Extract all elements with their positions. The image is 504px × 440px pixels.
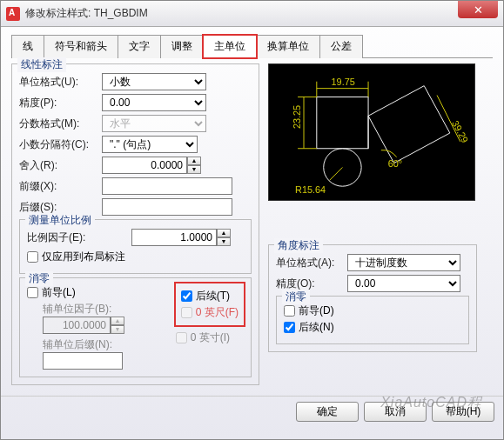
checkbox-ang-leading[interactable] (284, 305, 295, 317)
checkbox-layout-only[interactable] (27, 251, 38, 263)
group-ang-zero: 消零 前导(D) 后续(N) (276, 296, 469, 344)
input-suffix[interactable] (102, 198, 232, 216)
checkbox-zero-feet (181, 307, 192, 318)
tab-symbols-arrows[interactable]: 符号和箭头 (44, 35, 118, 58)
cancel-button[interactable]: 取消 (364, 402, 427, 422)
group-scale: 测量单位比例 比例因子(E): ▲▼ 仅应用到布局标注 (19, 219, 252, 274)
right-column: 19.75 23.25 39.29 60° R15.64 角度标注 (268, 63, 477, 389)
select-fraction-format: 水平 (102, 115, 206, 132)
legend-zero: 消零 (25, 271, 53, 286)
checkbox-zero-inch (176, 332, 187, 343)
dialog-buttons: 确定 取消 帮助(H) (1, 396, 503, 427)
label-fraction-format: 分数格式(M): (19, 117, 102, 131)
window-title: 修改标注样式: TH_GBDIM (25, 6, 498, 21)
input-aux-suffix (43, 352, 123, 370)
ok-button[interactable]: 确定 (296, 402, 359, 422)
checkbox-ang-trailing[interactable] (284, 322, 295, 333)
preview-pane: 19.75 23.25 39.29 60° R15.64 (268, 63, 475, 201)
label-ang-trailing: 后续(N) (299, 320, 334, 335)
label-unit-format: 单位格式(U): (19, 75, 102, 90)
label-aux-factor: 辅单位因子(B): (43, 302, 158, 317)
dim-top: 19.75 (332, 77, 355, 87)
label-trailing: 后续(T) (196, 289, 230, 303)
aux-up: ▲ (111, 317, 124, 325)
legend-linear: 线性标注 (17, 57, 66, 72)
label-zero-feet: 0 英尺(F) (196, 305, 239, 320)
label-scale-factor: 比例因子(E): (27, 230, 131, 245)
aux-down: ▼ (111, 325, 124, 334)
select-decimal-sep[interactable]: "." (句点) (102, 136, 198, 153)
tab-primary-units[interactable]: 主单位 (203, 35, 257, 58)
select-ang-precision[interactable]: 0.00 (347, 275, 460, 292)
close-button[interactable]: ✕ (458, 1, 498, 18)
help-button[interactable]: 帮助(H) (432, 402, 494, 422)
legend-angular: 角度标注 (274, 238, 323, 253)
group-zero-suppress: 消零 前导(L) 辅单位因子(B): (19, 277, 252, 377)
svg-line-11 (330, 167, 343, 180)
label-suffix: 后缀(S): (19, 200, 102, 215)
app-icon (6, 7, 20, 21)
svg-rect-0 (317, 97, 368, 149)
checkbox-trailing[interactable] (181, 290, 192, 302)
spinner-round[interactable]: ▲▼ (102, 157, 201, 174)
select-ang-unit-format[interactable]: 十进制度数 (347, 254, 460, 271)
label-zero-inch: 0 英寸(I) (191, 330, 230, 345)
checkbox-leading[interactable] (27, 287, 38, 298)
input-round[interactable] (102, 157, 187, 174)
dim-left: 23.25 (292, 105, 302, 129)
group-angular: 角度标注 单位格式(A): 十进制度数 精度(O): 0.00 消零 前导(D) (268, 244, 477, 352)
dim-radius: R15.64 (295, 184, 326, 195)
left-column: 线性标注 单位格式(U): 小数 精度(P): 0.00 分数格式(M): 水平 (11, 63, 259, 389)
dim-right: 39.29 (450, 118, 470, 144)
tab-text[interactable]: 文字 (118, 35, 161, 58)
legend-ang-zero: 消零 (282, 290, 310, 304)
scale-up[interactable]: ▲ (217, 229, 231, 237)
label-leading: 前导(L) (42, 285, 76, 300)
label-precision: 精度(P): (19, 96, 102, 110)
label-prefix: 前缀(X): (19, 179, 102, 194)
tab-alt-units[interactable]: 换算单位 (256, 35, 320, 58)
label-decimal-sep: 小数分隔符(C): (19, 137, 102, 152)
spinner-aux-factor: ▲▼ (43, 317, 158, 334)
select-unit-format[interactable]: 小数 (102, 73, 206, 90)
tab-strip: 线 符号和箭头 文字 调整 主单位 换算单位 公差 (11, 34, 493, 58)
label-ang-unit-format: 单位格式(A): (276, 256, 347, 270)
input-aux-factor (43, 317, 111, 334)
select-precision[interactable]: 0.00 (102, 94, 206, 111)
dialog-window: 修改标注样式: TH_GBDIM ✕ 线 符号和箭头 文字 调整 主单位 换算单… (0, 0, 504, 440)
round-up[interactable]: ▲ (187, 157, 201, 165)
group-linear: 线性标注 单位格式(U): 小数 精度(P): 0.00 分数格式(M): 水平 (11, 63, 259, 385)
label-aux-suffix: 辅单位后缀(N): (43, 337, 158, 352)
label-round: 舍入(R): (19, 158, 102, 173)
titlebar: 修改标注样式: TH_GBDIM ✕ (1, 1, 503, 27)
dialog-content: 线 符号和箭头 文字 调整 主单位 换算单位 公差 线性标注 单位格式(U): … (1, 27, 503, 392)
tab-line[interactable]: 线 (11, 35, 44, 58)
legend-scale: 测量单位比例 (25, 213, 95, 228)
label-ang-precision: 精度(O): (276, 277, 347, 291)
tab-adjust[interactable]: 调整 (160, 35, 204, 58)
highlight-trailing: 后续(T) 0 英尺(F) (176, 283, 244, 325)
tab-tolerance[interactable]: 公差 (319, 35, 363, 58)
main-area: 线性标注 单位格式(U): 小数 精度(P): 0.00 分数格式(M): 水平 (11, 63, 493, 389)
label-ang-leading: 前导(D) (299, 303, 334, 318)
label-layout-only: 仅应用到布局标注 (42, 250, 125, 264)
dim-angle: 60° (388, 158, 402, 169)
scale-down[interactable]: ▼ (217, 237, 231, 246)
round-down[interactable]: ▼ (187, 165, 201, 174)
input-prefix[interactable] (102, 177, 232, 195)
input-scale-factor[interactable] (131, 229, 217, 246)
spinner-scale-factor[interactable]: ▲▼ (131, 229, 231, 246)
